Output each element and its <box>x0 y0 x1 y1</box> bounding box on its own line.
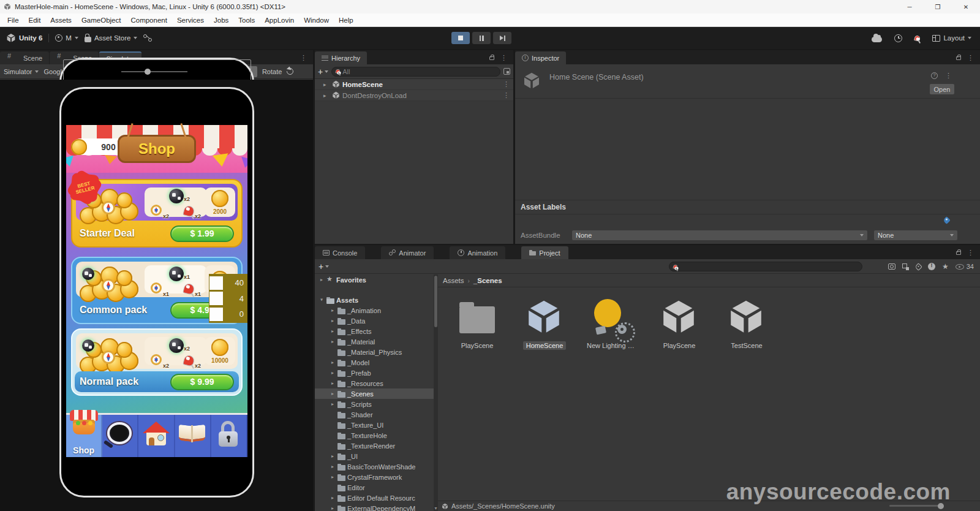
lock-icon[interactable] <box>489 56 494 60</box>
foldout-arrow[interactable]: ▸ <box>330 308 336 313</box>
visibility-eye-icon[interactable] <box>956 264 964 270</box>
search-input[interactable] <box>342 68 496 75</box>
menu-item[interactable]: Jobs <box>209 17 233 24</box>
tree-row[interactable]: ▸ BasicToonWaterShade <box>315 461 434 472</box>
asset-item[interactable]: TestScene <box>721 298 772 350</box>
packages-filter-icon[interactable] <box>902 263 909 270</box>
open-scene-button[interactable]: Open <box>930 84 954 94</box>
label-tag-icon[interactable] <box>943 216 951 224</box>
favorites-star-icon[interactable]: ★ <box>942 263 949 270</box>
scrollbar-thumb[interactable] <box>434 276 437 327</box>
menu-item[interactable]: AppLovin <box>260 17 299 24</box>
tree-row[interactable]: ▸ _Material <box>315 336 434 347</box>
asset-store-dropdown[interactable]: Asset Store <box>85 34 137 42</box>
menu-item[interactable]: Help <box>334 17 358 24</box>
buy-button[interactable]: $ 1.99 <box>170 225 234 242</box>
tree-row[interactable]: ▸ Favorites <box>315 274 434 285</box>
simulator-mode-dropdown[interactable]: Simulator <box>4 68 39 75</box>
foldout-arrow[interactable]: ▸ <box>330 495 336 501</box>
foldout-arrow[interactable]: ▸ <box>319 297 325 303</box>
label-filter-icon[interactable] <box>914 263 922 271</box>
menu-item[interactable]: Component <box>126 17 172 24</box>
foldout-arrow[interactable]: ▸ <box>330 380 336 386</box>
bottom-tab[interactable]: Project <box>521 246 568 259</box>
kebab-menu-icon[interactable]: ⋮ <box>963 246 978 259</box>
menu-item[interactable]: Window <box>299 17 334 24</box>
tree-row[interactable]: ▸ ExternalDependencyM <box>315 503 434 511</box>
hierarchy-search[interactable] <box>331 67 500 77</box>
foldout-arrow[interactable]: ▸ <box>330 339 336 344</box>
close-button[interactable]: ✕ <box>952 0 980 13</box>
rotate-icon[interactable] <box>285 67 295 76</box>
bottom-tab[interactable]: Console <box>315 246 365 259</box>
nav-item[interactable]: Shop <box>66 415 102 457</box>
alert-icon[interactable] <box>928 263 935 270</box>
buy-button[interactable]: $ 9.99 <box>170 374 234 390</box>
foldout-arrow[interactable]: ▸ <box>330 370 336 376</box>
menu-item[interactable]: Assets <box>45 17 77 24</box>
asset-item[interactable]: PlayScene <box>654 298 705 350</box>
menu-item[interactable]: Edit <box>24 17 46 24</box>
tree-row[interactable]: ▸ _TextureHole <box>315 430 434 441</box>
tree-row[interactable]: ▸ _Scripts <box>315 399 434 409</box>
step-button[interactable] <box>493 32 511 44</box>
foldout-arrow[interactable]: ▸ <box>318 277 325 282</box>
bottom-tab[interactable]: Animator <box>381 246 434 259</box>
tree-row[interactable]: ▸ _Shader <box>315 409 434 420</box>
tree-row[interactable]: ▸ _Scenes <box>315 388 434 399</box>
tree-row[interactable]: ▸ _Material_Physics <box>315 347 434 357</box>
pause-button[interactable] <box>472 32 491 44</box>
kebab-menu-icon[interactable]: ⋮ <box>497 51 511 64</box>
cloud-icon[interactable] <box>872 37 882 42</box>
nav-item[interactable] <box>175 415 211 457</box>
add-gameobject-button[interactable]: + <box>318 67 328 77</box>
foldout-arrow[interactable]: ▸ <box>330 360 336 365</box>
assetbundle-variant-dropdown[interactable]: None <box>874 230 957 240</box>
foldout-arrow[interactable]: ▸ <box>330 505 336 511</box>
asset-item[interactable]: New Lighting Setti... <box>586 298 638 350</box>
foldout-arrow[interactable]: ▸ <box>323 93 330 99</box>
tree-row[interactable]: ▸ _UI <box>315 451 434 461</box>
tab-hierarchy[interactable]: Hierarchy <box>315 51 367 64</box>
view-tab[interactable]: Simulator <box>99 51 141 64</box>
lock-icon[interactable] <box>956 251 961 255</box>
tree-row[interactable]: ▸ _Animation <box>315 305 434 316</box>
menu-item[interactable]: File <box>2 17 24 24</box>
tree-row[interactable]: ▸ Assets <box>315 295 434 305</box>
normal-pack-card[interactable]: x2 x2 x2 10000 <box>71 328 243 396</box>
kebab-menu-icon[interactable]: ⋮ <box>963 51 978 64</box>
asset-item[interactable]: HomeScene <box>519 298 570 350</box>
breadcrumb-root[interactable]: Assets <box>443 277 464 284</box>
starter-deal-card[interactable]: BEST SELLER <box>71 179 243 248</box>
maximize-button[interactable]: ❐ <box>924 0 952 13</box>
tree-scrollbar[interactable]: ▼ <box>434 274 438 511</box>
scale-slider[interactable] <box>121 71 187 72</box>
view-tab[interactable]: Scene <box>0 51 49 64</box>
nav-item[interactable] <box>102 415 138 457</box>
nav-item[interactable] <box>138 415 175 457</box>
history-icon[interactable] <box>894 34 902 42</box>
search-icon[interactable] <box>914 35 921 42</box>
kebab-menu-icon[interactable]: ⋮ <box>296 51 311 64</box>
tree-row[interactable]: ▸ Editor <box>315 482 434 493</box>
foldout-arrow[interactable]: ▸ <box>330 328 336 334</box>
foldout-arrow[interactable]: ▸ <box>330 464 336 469</box>
foldout-arrow[interactable]: ▸ <box>330 474 336 480</box>
lock-icon[interactable] <box>956 56 961 60</box>
search-filter-icon[interactable] <box>503 68 510 75</box>
slider-thumb[interactable] <box>145 69 151 75</box>
tree-row[interactable]: ▸ CrystalFramework <box>315 472 434 482</box>
nav-item[interactable] <box>211 415 247 457</box>
scroll-down-icon[interactable]: ▼ <box>434 506 438 510</box>
kebab-menu-icon[interactable]: ⋮ <box>941 69 956 82</box>
breadcrumb-current[interactable]: _Scenes <box>473 277 502 284</box>
foldout-arrow[interactable]: ▸ <box>330 318 336 324</box>
tree-row[interactable]: ▸ _Data <box>315 316 434 326</box>
foldout-arrow[interactable]: ▸ <box>330 401 336 407</box>
project-search[interactable] <box>669 262 862 271</box>
foldout-arrow[interactable]: ▸ <box>330 391 336 396</box>
thumbnail-size-slider[interactable] <box>889 505 942 507</box>
menu-item[interactable]: Tools <box>233 17 260 24</box>
tree-row[interactable]: ▸ _Effects <box>315 326 434 336</box>
layout-dropdown[interactable]: Layout <box>932 34 971 42</box>
